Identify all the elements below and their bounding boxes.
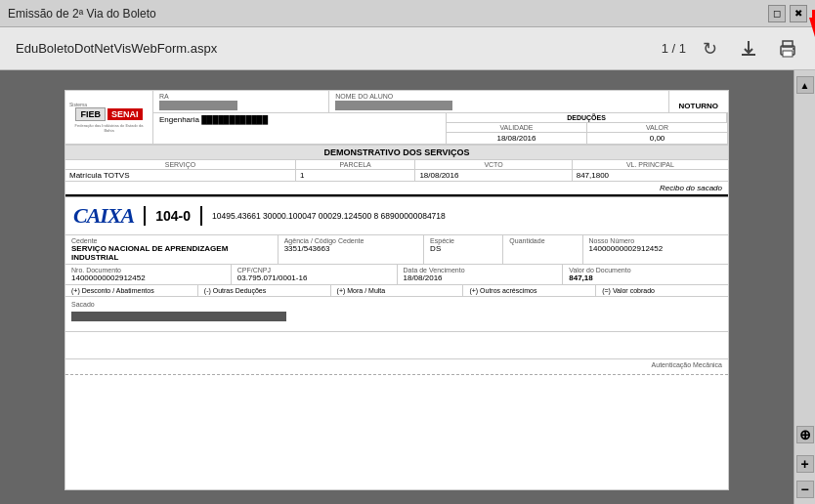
restore-button[interactable]: ◻ xyxy=(768,5,786,22)
sacado-label: Sacado xyxy=(71,301,722,308)
quantidade-label: Quantidade xyxy=(509,237,576,244)
caixa-code: 104-0 xyxy=(144,206,202,226)
valor-value: 0,00 xyxy=(587,133,727,144)
cedente-value: SERVIÇO NACIONAL DE APRENDIZAGEM INDUSTR… xyxy=(71,244,272,262)
senai-label: SENAI xyxy=(107,108,143,120)
auth-label: Autenticação Mecânica xyxy=(65,359,728,370)
parcela-value: 1 xyxy=(296,170,415,181)
vcto-header: VCTO xyxy=(415,160,572,169)
cedente-row: Cedente SERVIÇO NACIONAL DE APRENDIZAGEM… xyxy=(65,235,728,265)
caixa-section: CAIXA 104-0 10495.43661 30000.100047 000… xyxy=(65,197,728,235)
validade-label: VALIDADE xyxy=(447,123,587,132)
svg-point-4 xyxy=(793,48,794,50)
demonstrativo-label: DEMONSTRATIVO DOS SERVIÇOS xyxy=(65,145,728,160)
nosso-numero-value: 14000000002912452 xyxy=(589,244,722,253)
filename-label: EduBoletoDotNetVisWebForm.aspx xyxy=(16,41,650,56)
zoom-crosshair-button[interactable]: ⊕ xyxy=(796,426,814,443)
window-title: Emissão de 2ª Via do Boleto xyxy=(8,7,156,21)
nosso-numero-label: Nosso Número xyxy=(589,237,722,244)
especie-label: Espécie xyxy=(430,237,496,244)
outros-acrescimos-label: (+) Outros acréscimos xyxy=(463,285,596,296)
fieb-footer: Federação das Indústrias do Estado da Ba… xyxy=(69,123,149,133)
agencia-value: 3351/543663 xyxy=(284,244,417,253)
cpf-cnpj-value: 03.795.071/0001-16 xyxy=(237,273,391,282)
ra-value xyxy=(159,101,237,110)
barcode-text: 10495.43661 30000.100047 00029.124500 8 … xyxy=(212,211,720,221)
toolbar: EduBoletoDotNetVisWebForm.aspx 1 / 1 ↻ xyxy=(0,27,815,70)
valor-documento-label: Valor do Documento xyxy=(569,267,722,273)
zoom-in-button[interactable]: + xyxy=(796,455,814,473)
validade-value: 18/08/2016 xyxy=(447,133,587,144)
data-vencimento-label: Data de Vencimento xyxy=(404,267,557,273)
zoom-out-button[interactable]: − xyxy=(796,481,814,498)
caixa-logo: CAIXA xyxy=(73,203,134,229)
valor-documento-value: 847,18 xyxy=(569,273,722,282)
title-bar: Emissão de 2ª Via do Boleto ◻ ✖ xyxy=(0,0,815,27)
course-value: Engenharia ████████████ xyxy=(159,115,440,124)
page-info: 1 / 1 xyxy=(662,41,686,56)
agencia-label: Agência / Código Cedente xyxy=(284,237,417,244)
scroll-up-button[interactable]: ▲ xyxy=(796,76,814,94)
cpf-cnpj-label: CPF/CNPJ xyxy=(237,267,391,273)
desconto-row: (+) Desconto / Abatimentos (-) Outras De… xyxy=(65,285,728,297)
nome-aluno-label: NOME DO ALUNO xyxy=(335,93,662,100)
download-icon[interactable] xyxy=(737,37,760,61)
deducoes-header: DEDUÇÕES xyxy=(447,113,727,122)
sacado-value xyxy=(71,312,286,321)
pdf-viewer[interactable]: Sistema FIEB SENAI Federação das Indústr… xyxy=(0,70,794,504)
print-icon[interactable] xyxy=(776,37,799,61)
servico-value: Matrícula TOTVS xyxy=(65,170,296,181)
nro-row: Nro. Documento 14000000002912452 CPF/CNP… xyxy=(65,265,728,285)
vl-principal-header: VL. PRINCIPAL xyxy=(573,160,728,169)
boleto-slip-top: Sistema FIEB SENAI Federação das Indústr… xyxy=(65,91,728,197)
desconto-label: (+) Desconto / Abatimentos xyxy=(65,285,198,296)
nro-documento-label: Nro. Documento xyxy=(71,267,225,273)
vl-principal-value: 847,1800 xyxy=(573,170,728,181)
toolbar-icons: ↻ xyxy=(698,37,799,61)
data-vencimento-value: 18/08/2016 xyxy=(404,273,557,282)
svg-rect-0 xyxy=(742,54,755,56)
svg-rect-3 xyxy=(783,51,793,57)
right-panel: ▲ ⊕ + − xyxy=(794,70,815,504)
nome-aluno-value xyxy=(335,101,452,110)
fieb-label: FIEB xyxy=(75,107,106,121)
empty-area xyxy=(65,332,728,359)
nro-documento-value: 14000000002912452 xyxy=(71,273,225,282)
valor-label: VALOR xyxy=(587,123,727,132)
noturno-label: NOTURNO xyxy=(669,91,728,112)
parcela-header: PARCELA xyxy=(296,160,415,169)
vcto-value: 18/08/2016 xyxy=(415,170,572,181)
recibo-label: Recibo do sacado xyxy=(65,182,728,196)
cedente-label: Cedente xyxy=(71,237,272,244)
mora-multa-label: (+) Mora / Multa xyxy=(331,285,464,296)
boleto-document: Sistema FIEB SENAI Federação das Indústr… xyxy=(64,90,729,490)
ra-label: RA xyxy=(159,93,322,100)
valor-cobrado-label: (=) Valor cobrado xyxy=(596,285,728,296)
outras-deducoes-label: (-) Outras Deduções xyxy=(198,285,331,296)
sacado-section: Sacado xyxy=(65,297,728,332)
especie-value: DS xyxy=(430,244,496,253)
refresh-icon[interactable]: ↻ xyxy=(698,37,721,61)
content-area: Sistema FIEB SENAI Federação das Indústr… xyxy=(0,70,815,504)
bottom-separator xyxy=(65,374,728,375)
window-controls: ◻ ✖ xyxy=(768,5,807,22)
servico-header: SERVIÇO xyxy=(65,160,296,169)
